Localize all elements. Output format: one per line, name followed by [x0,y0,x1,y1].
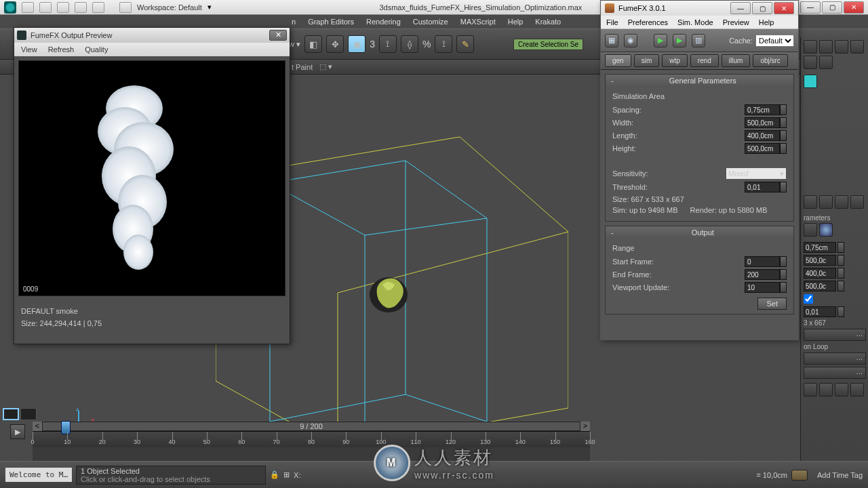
frame-prev-button[interactable]: < [33,422,42,431]
toolbar-save-icon[interactable] [57,2,69,13]
sensitivity-combo[interactable]: Mixed▾ [726,167,787,180]
height-input[interactable] [745,143,780,154]
width-input[interactable] [745,117,780,128]
ribbon-brush-icon[interactable]: ✎ [456,35,474,53]
maximize-button[interactable]: ▢ [822,1,842,14]
preview-menu-view[interactable]: View [21,45,37,54]
frame-next-button[interactable]: > [580,422,590,431]
nav-pan-icon[interactable] [804,383,817,396]
fume-menu-help[interactable]: Help [759,18,774,26]
fumefx-minimize-button[interactable]: — [730,2,751,14]
menu-item[interactable]: n [292,18,296,26]
spinner-icon[interactable] [837,242,844,253]
spinner-icon[interactable] [780,130,787,141]
create-tab-icon[interactable] [804,40,817,54]
ribbon-move-icon[interactable]: ✥ [326,35,344,53]
spinner-icon[interactable] [780,256,787,267]
spinner-icon[interactable] [837,281,844,291]
fume-play2-icon[interactable]: ▶ [673,34,686,47]
hierarchy-tab-icon[interactable] [835,40,848,54]
menu-help[interactable]: Help [508,18,524,26]
utilities-tab-icon[interactable] [819,56,833,69]
output-header[interactable]: -Output [606,226,793,239]
nav-max-icon[interactable] [850,383,864,396]
timeline[interactable]: < 9 / 200 > 0102030405060708090100110120… [33,422,590,461]
menu-grapheditors[interactable]: Graph Editors [308,18,354,26]
ribbon-snap-icon[interactable]: ◧ [304,35,322,53]
general-params-header[interactable]: -General Parameters [606,75,793,87]
width-field[interactable] [804,255,836,266]
tab-objsrc[interactable]: obj/src [753,54,787,67]
motion-tab-icon[interactable] [850,40,864,54]
tab-sim[interactable]: sim [634,54,660,67]
spinner-icon[interactable] [837,255,844,266]
end-input[interactable] [745,269,780,280]
spinner-icon[interactable] [780,282,787,293]
viewport-update-input[interactable] [745,282,780,293]
tab-gen[interactable]: gen [605,54,631,67]
nav-zoom-icon[interactable] [819,383,833,396]
panel-button[interactable]: ... [804,352,866,365]
fume-menu-file[interactable]: File [606,18,618,26]
cache-select[interactable]: Default [755,35,794,47]
spacing-field[interactable] [804,242,836,253]
spinner-icon[interactable] [837,306,844,317]
menu-customize[interactable]: Customize [413,18,448,26]
close-button[interactable]: ✕ [844,1,864,14]
spinner-icon[interactable] [780,182,787,192]
color-swatch[interactable] [804,75,817,88]
spinner-icon[interactable] [780,143,787,154]
ribbon-angle2-icon[interactable]: ⟠ [401,35,418,53]
toolbar-open-icon[interactable] [39,2,52,13]
fumefx-close-button[interactable]: ✕ [774,2,794,14]
tab-illum[interactable]: illum [722,54,751,67]
ribbon-mode-icon[interactable]: ◉ [348,35,366,53]
toolbar-undo-icon[interactable] [75,2,87,13]
selection-set-dropdown[interactable]: Create Selection Se [513,39,583,50]
ribbon-angle1-icon[interactable]: ⟟ [379,35,397,53]
workspace-dropdown-arrow-icon[interactable]: ▾ [208,3,212,12]
set-button[interactable]: Set [757,298,787,310]
ribbon-expand-icon[interactable]: ⬚ ▾ [319,62,332,71]
preview-menu-quality[interactable]: Quality [85,45,108,54]
fume-globe-icon[interactable]: ◉ [624,34,637,47]
autokey-icon[interactable] [791,470,808,481]
toolbar-redo-icon[interactable] [92,2,104,13]
timetag-label[interactable]: Add Time Tag [817,471,863,479]
toolbar-link-icon[interactable] [119,2,132,13]
length-input[interactable] [745,130,780,141]
panel-button[interactable]: ... [804,367,866,379]
menu-maxscript[interactable]: MAXScript [460,18,496,26]
length-field[interactable] [804,268,836,279]
panel-icon[interactable] [819,223,833,237]
panel-button[interactable]: ... [804,329,866,341]
minimize-button[interactable]: — [800,1,821,14]
fume-cache-icon[interactable]: ▥ [692,34,705,47]
spinner-icon[interactable] [780,269,787,280]
lock-icon[interactable]: 🔒 [270,470,279,479]
viewport-thumb[interactable] [3,408,19,420]
object-paint-label[interactable]: t Paint [292,63,313,71]
start-input[interactable] [745,256,780,267]
tab-wtp[interactable]: wtp [662,54,688,67]
spinner-icon[interactable] [780,104,787,115]
fumefx-maximize-button[interactable]: ▢ [752,2,772,14]
isolate-icon[interactable]: ⊞ [283,470,290,479]
preview-menu-refresh[interactable]: Refresh [48,45,75,54]
checkbox[interactable] [804,293,813,304]
keyframe-marker[interactable] [61,421,71,434]
fume-preview-icon[interactable]: ▦ [605,34,618,47]
tab-rend[interactable]: rend [690,54,719,67]
panel-icon[interactable] [850,195,864,209]
fume-menu-prefs[interactable]: Preferences [628,18,668,26]
play-button[interactable]: ▶ [10,424,25,439]
panel-icon[interactable] [804,195,817,209]
nav-orbit-icon[interactable] [835,383,848,396]
panel-icon[interactable] [804,223,817,237]
maxscript-listener[interactable]: Welcome to M… [5,468,72,482]
height-field[interactable] [804,281,836,291]
toolbar-new-icon[interactable] [22,2,34,13]
display-tab-icon[interactable] [804,56,817,69]
threshold-input[interactable] [745,182,780,192]
menu-rendering[interactable]: Rendering [366,18,401,26]
